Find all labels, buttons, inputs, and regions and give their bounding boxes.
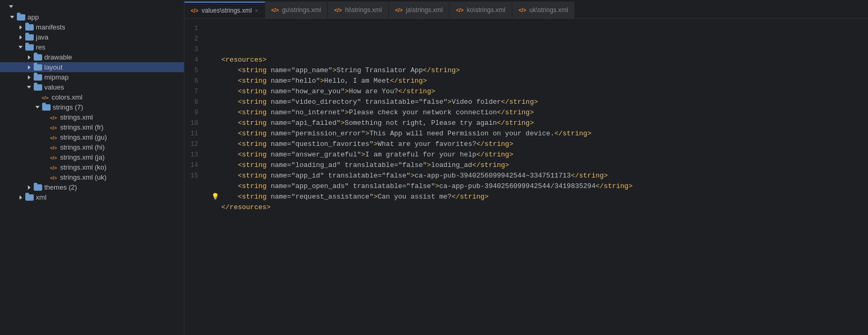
folder-icon xyxy=(25,24,34,31)
code-line-10: <string name="answer_grateful">I am grat… xyxy=(211,150,868,160)
code-text: <string name="no_internet">Please check … xyxy=(221,107,534,118)
tree-item-label: strings.xml (ko) xyxy=(60,163,106,171)
svg-text:</>: </> xyxy=(50,135,57,141)
code-text: <string name="app_name">String Translato… xyxy=(221,65,460,76)
arrow-down-icon xyxy=(25,84,33,91)
folder-icon xyxy=(34,74,42,81)
code-container[interactable]: 123456789101112131415 <resources> <strin… xyxy=(184,19,868,335)
code-text: <string name="question_favorites">What a… xyxy=(221,139,513,150)
tree-item-label: manifests xyxy=(36,23,65,31)
folder-icon xyxy=(34,184,42,191)
line-number-8: 8 xyxy=(184,97,202,107)
xml-file-icon: </> xyxy=(50,164,58,171)
tree-item-xml[interactable]: xml xyxy=(0,192,184,202)
arrow-right-icon xyxy=(17,24,24,31)
bulb-icon[interactable]: 💡 xyxy=(211,193,219,201)
tree-item-strings_xml_uk[interactable]: </>strings.xml (uk) xyxy=(0,172,184,182)
tree-item-manifests[interactable]: manifests xyxy=(0,22,184,32)
line-number-15: 15 xyxy=(184,171,202,181)
tab-ja_strings[interactable]: </>ja\strings.xml xyxy=(389,2,450,18)
tree-item-label: values xyxy=(44,83,64,91)
line-numbers: 123456789101112131415 xyxy=(184,19,207,335)
svg-text:</>: </> xyxy=(50,165,57,171)
tabs-bar: </>values\strings.xml×</>gu\strings.xml<… xyxy=(184,0,868,19)
tab-xml-icon: </> xyxy=(519,7,526,13)
arrow-right-icon xyxy=(17,194,24,201)
tab-label: ja\strings.xml xyxy=(406,6,443,14)
tab-xml-icon: </> xyxy=(271,7,279,13)
line-number-3: 3 xyxy=(184,44,202,55)
tree-item-label: layout xyxy=(44,63,63,71)
tab-uk_strings[interactable]: </>uk\strings.xml xyxy=(512,2,575,18)
line-number-4: 4 xyxy=(184,55,202,65)
tree-item-strings_group[interactable]: strings (7) xyxy=(0,102,184,112)
tree-item-label: mipmap xyxy=(44,73,69,81)
svg-text:</>: </> xyxy=(50,155,57,161)
code-text: <string name="app_id" translatable="fals… xyxy=(221,171,608,181)
tree-item-themes[interactable]: themes (2) xyxy=(0,182,184,192)
tree-item-colors_xml[interactable]: </>colors.xml xyxy=(0,92,184,102)
code-content: <resources> <string name="app_name">Stri… xyxy=(207,19,868,335)
tree-item-label: strings.xml (uk) xyxy=(60,173,106,181)
code-text: <string name="permission_error">This App… xyxy=(221,129,591,139)
tree-item-strings_xml_fr[interactable]: </>strings.xml (fr) xyxy=(0,122,184,132)
sidebar: appmanifestsjavaresdrawablelayoutmipmapv… xyxy=(0,0,184,335)
tree-item-label: strings.xml xyxy=(60,113,93,121)
folder-icon xyxy=(34,54,42,61)
tree-item-drawable[interactable]: drawable xyxy=(0,52,184,62)
tree-item-label: strings.xml (hi) xyxy=(60,143,105,151)
editor-area: </>values\strings.xml×</>gu\strings.xml<… xyxy=(184,0,868,335)
tab-values_strings[interactable]: </>values\strings.xml× xyxy=(184,2,265,18)
tree-item-java[interactable]: java xyxy=(0,32,184,42)
tree-item-label: strings.xml (gu) xyxy=(60,133,107,141)
xml-file-icon: </> xyxy=(41,94,50,101)
code-text: <string name="request_assistance">Can yo… xyxy=(221,192,489,202)
tree-item-strings_xml_hi[interactable]: </>strings.xml (hi) xyxy=(0,142,184,152)
code-line-13: <string name="app_open_ads" translatable… xyxy=(211,181,868,192)
tree-item-strings_xml_gu[interactable]: </>strings.xml (gu) xyxy=(0,132,184,142)
tab-label: gu\strings.xml xyxy=(282,6,321,14)
code-text: <string name="video_directory" translata… xyxy=(221,97,538,107)
tree-item-strings_xml[interactable]: </>strings.xml xyxy=(0,112,184,122)
arrow-right-icon xyxy=(25,184,33,191)
xml-file-icon: </> xyxy=(50,114,58,121)
xml-file-icon: </> xyxy=(50,144,58,151)
arrow-down-icon xyxy=(17,44,24,51)
tab-xml-icon: </> xyxy=(191,8,198,14)
svg-text:</>: </> xyxy=(50,145,57,151)
line-number-6: 6 xyxy=(184,76,202,86)
tree-item-label: java xyxy=(36,33,48,41)
tree-item-mipmap[interactable]: mipmap xyxy=(0,72,184,82)
arrow-down-icon xyxy=(8,14,16,21)
code-text: </resources> xyxy=(221,202,271,213)
tab-xml-icon: </> xyxy=(395,7,403,13)
code-text: <string name="how_are_you">How are You?<… xyxy=(221,86,435,97)
folder-icon xyxy=(25,194,34,201)
tree-item-layout[interactable]: layout xyxy=(0,62,184,72)
line-number-5: 5 xyxy=(184,65,202,76)
tab-ko_strings[interactable]: </>ko\strings.xml xyxy=(450,2,512,18)
code-line-11: <string name="loading_ad" translatable="… xyxy=(211,160,868,171)
tab-label: values\strings.xml xyxy=(201,7,251,14)
tab-close-button[interactable]: × xyxy=(255,8,258,14)
code-text: <string name="app_open_ads" translatable… xyxy=(221,181,632,192)
tab-xml-icon: </> xyxy=(334,7,342,13)
line-number-1: 1 xyxy=(184,23,202,34)
code-line-9: <string name="question_favorites">What a… xyxy=(211,139,868,150)
arrow-right-icon xyxy=(25,54,33,61)
tab-gu_strings[interactable]: </>gu\strings.xml xyxy=(265,2,328,18)
svg-text:</>: </> xyxy=(50,125,57,131)
code-line-1: <resources> xyxy=(211,55,868,65)
line-number-7: 7 xyxy=(184,86,202,97)
tree-item-label: app xyxy=(27,13,39,21)
tree-item-res[interactable]: res xyxy=(0,42,184,52)
tree-item-values[interactable]: values xyxy=(0,82,184,92)
code-line-4: <string name="how_are_you">How are You?<… xyxy=(211,86,868,97)
tree-item-label: strings (7) xyxy=(53,103,83,111)
tree-item-strings_xml_ko[interactable]: </>strings.xml (ko) xyxy=(0,162,184,172)
code-line-6: <string name="no_internet">Please check … xyxy=(211,107,868,118)
tree-item-strings_xml_ja[interactable]: </>strings.xml (ja) xyxy=(0,152,184,162)
tab-hi_strings[interactable]: </>hi\strings.xml xyxy=(328,2,388,18)
android-header[interactable] xyxy=(0,0,184,12)
tree-item-app[interactable]: app xyxy=(0,12,184,22)
